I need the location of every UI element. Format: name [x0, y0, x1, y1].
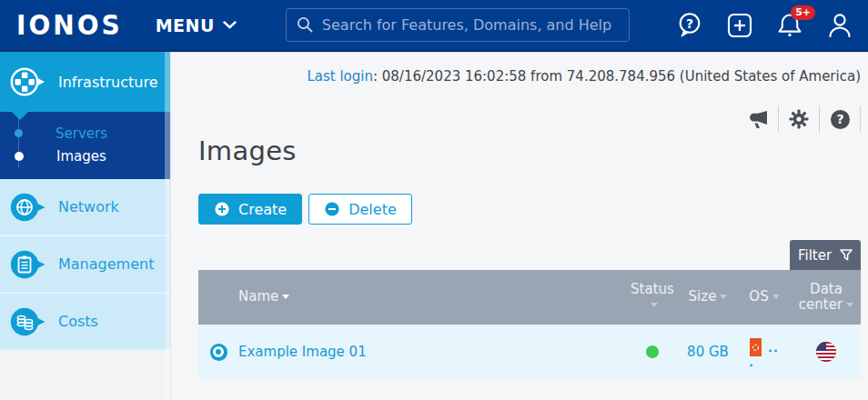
row-radio-selected[interactable] — [210, 344, 227, 361]
image-size-link[interactable]: 80 GB — [679, 344, 737, 360]
os-cell: .. . — [737, 325, 792, 379]
ubuntu-os-icon — [750, 338, 762, 356]
network-icon — [9, 191, 47, 224]
chevron-down-icon — [223, 21, 237, 29]
submenu-label: Images — [56, 148, 106, 165]
delete-label: Delete — [348, 201, 397, 218]
notification-badge: 5+ — [791, 5, 815, 20]
sort-icon — [772, 295, 780, 299]
sidebar-item-management[interactable]: Management — [0, 236, 170, 294]
create-label: Create — [238, 201, 287, 218]
quick-actions: ? — [198, 105, 861, 133]
column-header-name[interactable]: Name — [238, 289, 626, 305]
sidebar-item-infrastructure[interactable]: Infrastructure — [0, 52, 170, 112]
submenu-label: Servers — [56, 125, 107, 142]
sidebar-item-images[interactable]: Images — [0, 145, 170, 167]
sort-icon — [846, 303, 853, 307]
menu-button[interactable]: MENU — [156, 15, 237, 35]
create-new-icon[interactable] — [726, 11, 753, 40]
sort-desc-icon — [282, 295, 289, 299]
settings-gear-icon[interactable] — [779, 105, 820, 133]
menu-label: MENU — [156, 15, 215, 35]
minus-circle-icon — [324, 201, 340, 217]
column-header-status[interactable]: Status — [626, 282, 679, 314]
last-login-link[interactable]: Last login — [307, 68, 373, 85]
bullet-icon — [15, 152, 24, 161]
search-icon — [297, 16, 314, 34]
table-row[interactable]: Example Image 01 80 GB .. . — [198, 325, 861, 379]
sidebar-item-label: Costs — [58, 313, 98, 330]
announcements-megaphone-icon[interactable] — [738, 105, 779, 133]
plus-circle-icon — [214, 201, 230, 217]
filter-label: Filter — [798, 247, 832, 264]
sidebar-item-costs[interactable]: Costs — [0, 294, 170, 351]
sidebar-item-servers[interactable]: Servers — [0, 122, 170, 145]
table-header: Name Status Size OS Data center — [198, 270, 861, 325]
column-header-data-center[interactable]: Data center — [792, 282, 861, 314]
os-truncated-text-2: . — [749, 360, 753, 365]
account-user-icon[interactable] — [826, 11, 853, 40]
sort-icon — [720, 295, 727, 299]
active-section-pointer — [12, 112, 28, 120]
column-header-size[interactable]: Size — [679, 289, 737, 305]
sidebar-item-label: Infrastructure — [58, 74, 157, 91]
search-input[interactable] — [322, 16, 619, 34]
sort-icon — [651, 303, 658, 307]
ionos-logo[interactable]: IONOS — [16, 9, 123, 42]
sidebar-submenu: Servers Images — [0, 112, 170, 179]
costs-icon — [9, 305, 47, 338]
main-content: Last login: 08/16/2023 16:02:58 from 74.… — [171, 52, 868, 400]
status-online-dot — [646, 345, 659, 358]
page-title: Images — [198, 135, 861, 166]
help-bubble-icon[interactable]: ? — [676, 11, 703, 40]
topbar: IONOS MENU ? — [0, 0, 868, 52]
filter-funnel-icon — [840, 249, 853, 261]
sidebar-item-network[interactable]: Network — [0, 179, 170, 236]
management-icon — [9, 248, 47, 281]
delete-button[interactable]: Delete — [308, 194, 412, 225]
last-login: Last login: 08/16/2023 16:02:58 from 74.… — [198, 68, 861, 85]
notifications-bell-icon[interactable]: 5+ — [776, 11, 803, 40]
create-button[interactable]: Create — [198, 194, 302, 225]
search-bar[interactable] — [286, 8, 630, 42]
us-flag-icon — [816, 342, 836, 362]
os-truncated-text: .. — [768, 341, 779, 355]
sidebar: Infrastructure Servers Images — [0, 52, 171, 400]
images-table: Filter Name Status Size — [198, 240, 861, 379]
infrastructure-icon — [9, 65, 47, 98]
bullet-icon — [15, 129, 23, 137]
filter-button[interactable]: Filter — [790, 240, 861, 270]
last-login-details: : 08/16/2023 16:02:58 from 74.208.784.95… — [373, 68, 861, 85]
sidebar-item-label: Management — [58, 255, 154, 273]
column-header-os[interactable]: OS — [737, 289, 792, 305]
toolbar: Create Delete — [198, 194, 861, 225]
svg-text:?: ? — [836, 112, 843, 126]
image-name-link[interactable]: Example Image 01 — [238, 344, 626, 360]
sidebar-item-label: Network — [58, 198, 119, 215]
topbar-icons: ? 5+ — [676, 11, 853, 40]
svg-text:?: ? — [686, 16, 693, 31]
help-circle-icon[interactable]: ? — [820, 105, 861, 133]
